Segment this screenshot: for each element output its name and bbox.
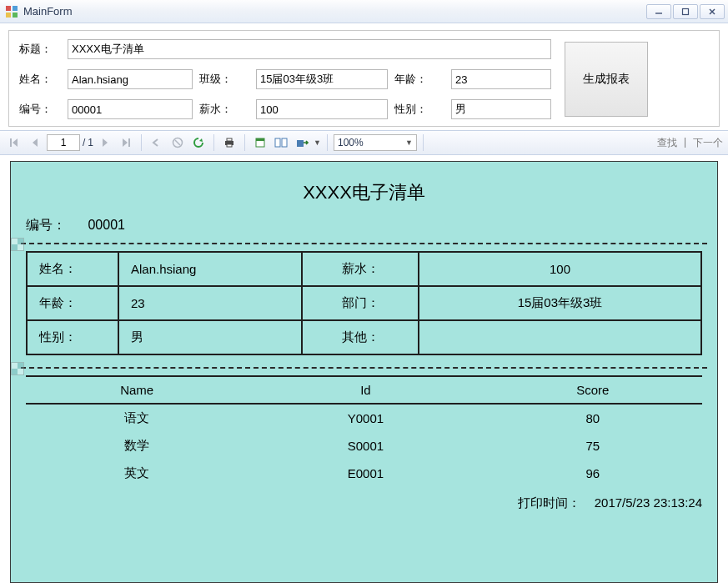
window-minimize-button[interactable]: [646, 4, 671, 19]
label-name: 姓名：: [19, 72, 61, 87]
table-row: 语文Y000180: [26, 404, 702, 432]
info-label: 姓名：: [27, 252, 118, 286]
svg-rect-0: [6, 6, 11, 11]
app-icon: [5, 5, 18, 18]
section-divider: [21, 243, 707, 244]
svg-line-11: [175, 140, 180, 145]
input-age[interactable]: [451, 69, 551, 89]
score-id: E0001: [248, 460, 483, 487]
score-value: 75: [484, 432, 702, 460]
find-separator: |: [684, 136, 686, 150]
report-id-value: 00001: [88, 218, 125, 232]
info-label: 年龄：: [27, 286, 118, 320]
info-value: Alan.hsiang: [118, 252, 302, 286]
svg-rect-5: [683, 8, 689, 14]
table-row: 姓名：Alan.hsiang薪水：100: [27, 252, 701, 286]
score-table: Name Id Score 语文Y000180数学S000175英文E00019…: [26, 375, 702, 487]
info-table: 姓名：Alan.hsiang薪水：100年龄：23部门：15届03年级3班性别：…: [26, 251, 702, 355]
table-row: 数学S000175: [26, 432, 702, 460]
label-id: 编号：: [19, 102, 61, 117]
info-label: 性别：: [27, 320, 118, 354]
score-id: S0001: [248, 432, 483, 460]
export-dropdown-icon[interactable]: ▼: [314, 138, 321, 147]
info-label: 部门：: [302, 286, 419, 320]
label-gender: 性别：: [394, 102, 444, 117]
next-page-icon[interactable]: [96, 133, 114, 152]
form-panel: 标题： 生成报表 姓名： 班级： 年龄： 编号： 薪水： 性别：: [8, 30, 720, 127]
input-salary[interactable]: [256, 99, 388, 119]
score-header-score: Score: [484, 376, 702, 404]
label-age: 年龄：: [394, 72, 444, 87]
info-value: 100: [419, 252, 701, 286]
find-link[interactable]: 查找: [657, 136, 677, 150]
chevron-down-icon: ▼: [405, 138, 413, 147]
info-value: 23: [118, 286, 302, 320]
export-icon[interactable]: [293, 133, 311, 152]
generate-report-button[interactable]: 生成报表: [565, 42, 648, 117]
refresh-icon[interactable]: [189, 133, 208, 152]
report-id-row: 编号： 00001: [26, 217, 702, 234]
page-separator: /: [83, 137, 85, 148]
svg-rect-16: [256, 138, 264, 141]
last-page-icon[interactable]: [117, 133, 135, 152]
page-current-input[interactable]: [47, 134, 80, 151]
window-maximize-button[interactable]: [673, 4, 698, 19]
window-title: MainForm: [23, 5, 646, 18]
table-row: 年龄：23部门：15届03年级3班: [27, 286, 701, 320]
svg-rect-3: [13, 13, 18, 18]
score-name: 数学: [26, 432, 248, 460]
section-divider: [21, 367, 707, 369]
print-time-row: 打印时间： 2017/5/23 23:13:24: [26, 495, 702, 511]
info-label: 薪水：: [302, 252, 419, 286]
svg-rect-8: [10, 138, 12, 147]
score-value: 80: [484, 404, 702, 432]
zoom-value: 100%: [338, 137, 364, 148]
svg-rect-17: [275, 138, 280, 147]
svg-rect-9: [128, 138, 130, 147]
svg-rect-13: [227, 138, 232, 141]
score-value: 96: [484, 460, 702, 487]
report-title: XXXX电子清单: [26, 180, 702, 205]
zoom-select[interactable]: 100% ▼: [334, 134, 417, 151]
score-header-name: Name: [26, 376, 248, 404]
print-time-value: 2017/5/23 23:13:24: [595, 495, 702, 510]
score-header-id: Id: [248, 376, 483, 404]
info-value: 男: [118, 320, 302, 354]
first-page-icon[interactable]: [5, 133, 23, 152]
print-icon[interactable]: [220, 133, 238, 152]
window-titlebar: MainForm: [0, 0, 728, 23]
score-name: 英文: [26, 460, 248, 487]
print-time-label: 打印时间：: [518, 495, 580, 510]
report-page: XXXX电子清单 编号： 00001 姓名：Alan.hsiang薪水：100年…: [10, 161, 718, 583]
svg-rect-2: [6, 13, 11, 18]
svg-rect-14: [227, 144, 232, 147]
print-layout-icon[interactable]: [251, 133, 269, 152]
window-close-button[interactable]: [700, 4, 725, 19]
score-id: Y0001: [248, 404, 483, 432]
back-icon[interactable]: [148, 133, 166, 152]
info-label: 其他：: [302, 320, 419, 354]
stop-icon[interactable]: [168, 133, 187, 152]
input-title[interactable]: [68, 39, 551, 59]
table-row: 性别：男其他：: [27, 320, 701, 354]
report-viewer-area: XXXX电子清单 编号： 00001 姓名：Alan.hsiang薪水：100年…: [0, 161, 728, 583]
svg-rect-1: [13, 6, 18, 11]
label-salary: 薪水：: [199, 102, 249, 117]
input-id[interactable]: [68, 99, 193, 119]
table-row: 英文E000196: [26, 460, 702, 487]
score-name: 语文: [26, 404, 248, 432]
info-value: [419, 320, 701, 354]
find-next-link[interactable]: 下一个: [693, 136, 723, 150]
input-gender[interactable]: [451, 99, 551, 119]
prev-page-icon[interactable]: [26, 133, 44, 152]
input-class[interactable]: [256, 69, 388, 89]
page-total: 1: [88, 137, 93, 148]
label-class: 班级：: [199, 72, 249, 87]
report-toolbar: / 1 ▼ 100% ▼ 查找 | 下一个: [0, 130, 728, 155]
svg-rect-18: [282, 138, 287, 147]
input-name[interactable]: [68, 69, 193, 89]
label-title: 标题：: [19, 42, 61, 57]
report-id-label: 编号：: [26, 217, 84, 234]
page-setup-icon[interactable]: [272, 133, 290, 152]
info-value: 15届03年级3班: [419, 286, 701, 320]
